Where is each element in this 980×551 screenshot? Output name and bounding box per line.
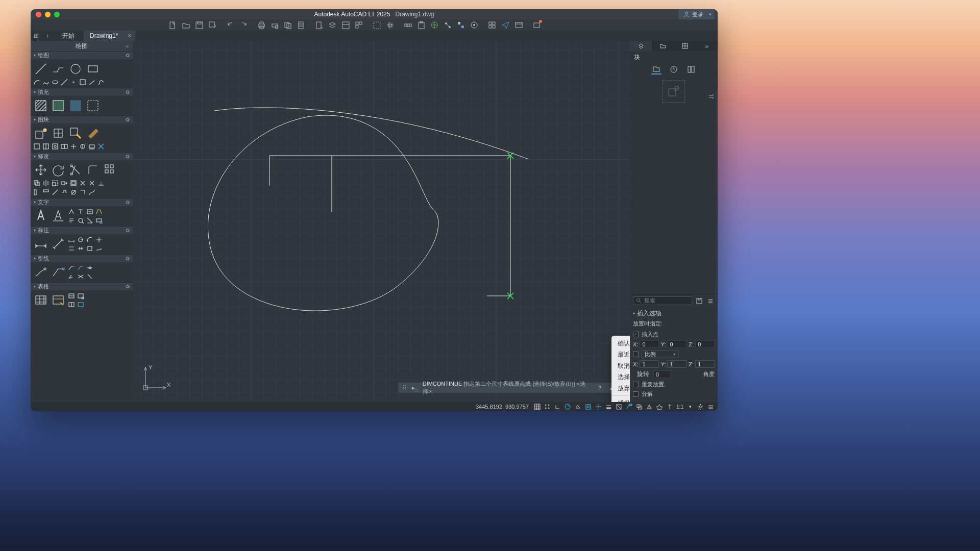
- erase-icon[interactable]: [79, 179, 87, 187]
- sb-iso-icon[interactable]: [574, 403, 582, 411]
- l2-icon[interactable]: [77, 264, 85, 272]
- t1-icon[interactable]: [67, 208, 76, 216]
- mod-g-icon[interactable]: [88, 188, 96, 196]
- redo-icon[interactable]: [239, 21, 248, 30]
- tab-start[interactable]: 开始: [53, 31, 84, 41]
- mod-e-icon[interactable]: [69, 188, 78, 196]
- text-icon[interactable]: [50, 208, 66, 224]
- section-dim[interactable]: 标注: [31, 227, 133, 234]
- rp-tab-more[interactable]: »: [696, 41, 718, 51]
- command-line[interactable]: ⠿ ▸_ DIMCONTINUE 指定第二个尺寸界线原点或 [选择(S)/放弃(…: [398, 383, 630, 393]
- rp-insertpt-row[interactable]: 插入点: [633, 330, 715, 339]
- save-icon[interactable]: [195, 21, 204, 30]
- edit-block-icon[interactable]: [67, 125, 84, 141]
- dim-aligned-icon[interactable]: [50, 236, 66, 252]
- rp-sync-icon[interactable]: [695, 297, 703, 305]
- section-draw[interactable]: 绘图: [31, 52, 133, 59]
- d8-icon[interactable]: [95, 244, 103, 253]
- cmd-help-icon[interactable]: ?: [596, 384, 603, 391]
- wipeout-icon[interactable]: [85, 97, 101, 114]
- new-file-icon[interactable]: [168, 21, 177, 30]
- layer-icon[interactable]: [328, 21, 337, 30]
- polyline-icon[interactable]: [50, 61, 66, 77]
- coords-readout[interactable]: 3445.8192, 930.9757: [472, 404, 533, 410]
- rp-scale-row[interactable]: 比例: [633, 349, 715, 359]
- minimize-icon[interactable]: [45, 12, 51, 17]
- explode-icon[interactable]: [88, 179, 96, 187]
- rp-scale-select[interactable]: 比例: [642, 350, 678, 358]
- rp-favorites-icon[interactable]: [686, 64, 696, 74]
- rp-x1[interactable]: 1: [640, 360, 658, 368]
- compare-icon[interactable]: [470, 21, 479, 30]
- l6-icon[interactable]: [86, 272, 94, 281]
- t4-icon[interactable]: [95, 208, 103, 216]
- sb-grid-icon[interactable]: [533, 403, 541, 411]
- t2-icon[interactable]: [77, 208, 85, 216]
- undo-icon[interactable]: [226, 21, 235, 30]
- l3-icon[interactable]: [86, 264, 94, 272]
- create-block-icon[interactable]: [50, 125, 66, 141]
- d2-icon[interactable]: [77, 236, 85, 244]
- blk-1-icon[interactable]: [33, 142, 41, 151]
- rotate-icon[interactable]: [50, 162, 66, 178]
- section-blocks[interactable]: 图块: [31, 116, 133, 123]
- region-icon[interactable]: [79, 78, 87, 86]
- ctx-recent[interactable]: 最近的输入: [611, 349, 630, 360]
- tab-grid-icon[interactable]: ⊞: [31, 31, 42, 41]
- trace-icon[interactable]: [444, 21, 452, 30]
- section-table[interactable]: 表格: [31, 283, 133, 290]
- rp-repeat-checkbox[interactable]: [633, 382, 639, 387]
- d6-icon[interactable]: [77, 244, 85, 253]
- fillet-icon[interactable]: [85, 162, 101, 178]
- ctx-confirm[interactable]: 确认: [611, 338, 630, 349]
- rp-expand-icon[interactable]: [707, 93, 715, 102]
- sb-otrack-icon[interactable]: [594, 403, 602, 411]
- tb3-icon[interactable]: [67, 300, 76, 309]
- rp-recent-icon[interactable]: [669, 64, 679, 74]
- edit-attr-icon[interactable]: [85, 125, 101, 141]
- sb-dyn-icon[interactable]: [625, 403, 633, 411]
- t8-icon[interactable]: [95, 216, 103, 224]
- pan-icon[interactable]: [386, 21, 395, 30]
- d4-icon[interactable]: [95, 236, 103, 244]
- tb1-icon[interactable]: [67, 292, 76, 300]
- blk-6-icon[interactable]: [79, 142, 87, 151]
- blk-7-icon[interactable]: [88, 142, 96, 151]
- mirror-icon[interactable]: [42, 179, 50, 187]
- t6-icon[interactable]: [77, 216, 85, 224]
- sb-customize-icon[interactable]: [706, 403, 715, 411]
- cmd-handle-icon[interactable]: ⠿: [402, 384, 408, 391]
- l1-icon[interactable]: [67, 264, 76, 272]
- d3-icon[interactable]: [86, 236, 94, 244]
- section-modify[interactable]: 修改: [31, 153, 133, 160]
- table-edit-icon[interactable]: [50, 292, 66, 308]
- app-store-icon[interactable]: [488, 21, 497, 30]
- mleader-icon[interactable]: [33, 264, 49, 280]
- sheet-set-icon[interactable]: [315, 21, 324, 30]
- blk-2-icon[interactable]: [42, 142, 50, 151]
- measure-icon[interactable]: [404, 21, 412, 30]
- tab-add-icon[interactable]: ＋: [42, 31, 53, 41]
- sb-scale[interactable]: 1:1: [676, 403, 684, 411]
- dim-linear-icon[interactable]: [33, 236, 49, 252]
- sb-dropdown-icon[interactable]: ▾: [686, 403, 694, 411]
- rp-options-header[interactable]: 插入选项: [633, 308, 715, 319]
- properties-icon[interactable]: [341, 21, 350, 30]
- sb-lwt-icon[interactable]: [604, 403, 612, 411]
- print-icon[interactable]: [257, 21, 266, 30]
- rp-insertpt-checkbox[interactable]: [633, 332, 639, 337]
- tb2-icon[interactable]: [77, 292, 85, 300]
- ctx-snap-override[interactable]: 捕捉替代: [611, 395, 630, 402]
- t3-icon[interactable]: [86, 208, 94, 216]
- sb-annoscale-icon[interactable]: [655, 403, 664, 411]
- blk-3-icon[interactable]: [51, 142, 59, 151]
- rp-search-input[interactable]: 搜索: [633, 296, 692, 305]
- rp-block-preview[interactable]: [663, 80, 685, 103]
- blk-8-icon[interactable]: [97, 142, 105, 151]
- web-icon[interactable]: [514, 21, 523, 30]
- point-icon[interactable]: [69, 78, 78, 86]
- ellipse-icon[interactable]: [51, 78, 59, 86]
- mod-c-icon[interactable]: [51, 188, 59, 196]
- blk-4-icon[interactable]: [60, 142, 68, 151]
- rp-y1[interactable]: 1: [667, 360, 687, 368]
